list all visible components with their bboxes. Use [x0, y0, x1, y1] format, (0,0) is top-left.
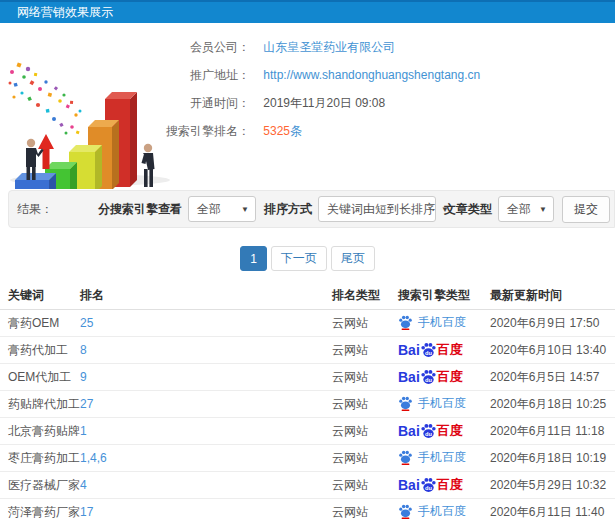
member-company-row: 会员公司： 山东皇圣堂药业有限公司	[166, 37, 615, 65]
mobile-baidu-label: 手机百度	[418, 314, 466, 331]
engine-view-select[interactable]: 全部 ▼	[188, 196, 256, 222]
result-label: 结果：	[17, 201, 53, 218]
update-time-text: 2020年6月18日 10:25	[490, 397, 606, 411]
member-info-list: 会员公司： 山东皇圣堂药业有限公司 推广地址： http://www.shand…	[166, 23, 615, 149]
sort-label: 排序方式	[264, 201, 312, 218]
baidu-logo-bai: Bai	[398, 342, 420, 358]
baidu-logo-bai: Bai	[398, 423, 420, 439]
rank-link[interactable]: 9	[80, 370, 87, 384]
rank-type-text: 云网站	[332, 451, 368, 465]
rank-link[interactable]: 17	[80, 505, 93, 519]
filter-bar: 结果： 分搜索引擎查看 全部 ▼ 排序方式 关键词由短到长排序 ▼ 文章类型 全…	[8, 190, 615, 228]
rank-type-text: 云网站	[332, 505, 368, 519]
table-header-row: 关键词 排名 排名类型 搜索引擎类型 最新更新时间	[0, 282, 615, 310]
baidu-paw-icon: du	[420, 423, 437, 440]
col-keyword: 关键词	[0, 282, 80, 310]
table-row: 药贴牌代加工 27 云网站 手机百度 2020年6月18日 10:25	[0, 391, 615, 418]
engine-type-badge[interactable]: Bai du 百度	[398, 341, 463, 359]
update-time-text: 2020年6月10日 13:40	[490, 343, 606, 357]
keyword-text: 北京膏药贴牌	[8, 424, 80, 438]
baidu-logo-cn: 百度	[437, 341, 463, 359]
keyword-text: 药贴牌代加工	[8, 397, 80, 411]
member-info-section: 会员公司： 山东皇圣堂药业有限公司 推广地址： http://www.shand…	[0, 23, 615, 190]
next-page-button[interactable]: 下一页	[271, 246, 327, 271]
article-type-select[interactable]: 全部 ▼	[498, 196, 554, 222]
table-row: 枣庄膏药加工 1,4,6 云网站 手机百度 2020年6月18日 10:19	[0, 445, 615, 472]
engine-view-label: 分搜索引擎查看	[98, 201, 182, 218]
rank-link[interactable]: 4	[80, 478, 87, 492]
keyword-text: 膏药OEM	[8, 316, 59, 330]
engine-type-badge[interactable]: Bai du 百度	[398, 476, 463, 494]
article-type-selected-value: 全部	[507, 201, 531, 218]
engine-type-badge[interactable]: 手机百度	[398, 449, 466, 466]
rank-type-text: 云网站	[332, 343, 368, 357]
update-time-text: 2020年6月18日 10:19	[490, 451, 606, 465]
rank-type-text: 云网站	[332, 370, 368, 384]
keyword-text: 膏药代加工	[8, 343, 68, 357]
col-rank: 排名	[80, 282, 332, 310]
update-time-text: 2020年6月11日 11:40	[490, 505, 604, 519]
rank-type-text: 云网站	[332, 478, 368, 492]
page-title: 网络营销效果展示	[17, 5, 113, 19]
rank-link[interactable]: 1	[80, 424, 87, 438]
confetti-dots	[9, 62, 82, 134]
baidu-logo-cn: 百度	[437, 476, 463, 494]
keyword-text: 菏泽膏药厂家	[8, 505, 80, 519]
table-row: OEM代加工 9 云网站 Bai du 百度 2020年6月5日 14:57	[0, 364, 615, 391]
keyword-text: OEM代加工	[8, 370, 71, 384]
engine-type-badge[interactable]: 手机百度	[398, 314, 466, 331]
engine-type-badge[interactable]: 手机百度	[398, 503, 466, 520]
engine-type-badge[interactable]: Bai du 百度	[398, 422, 463, 440]
update-time-text: 2020年6月11日 11:18	[490, 424, 604, 438]
pagination: 1 下一页 尾页	[0, 246, 615, 272]
svg-text:du: du	[425, 349, 432, 355]
engine-view-selected-value: 全部	[197, 201, 221, 218]
baidu-paw-icon: du	[420, 342, 437, 359]
window-title-bar: 网络营销效果展示	[0, 0, 615, 23]
engine-rank-row: 搜索引擎排名： 5325条	[166, 121, 615, 149]
col-updated: 最新更新时间	[490, 282, 615, 310]
baidu-paw-icon	[398, 504, 413, 519]
table-row: 医疗器械厂家 4 云网站 Bai du 百度 2020年5月29日 10:32	[0, 472, 615, 499]
last-page-button[interactable]: 尾页	[331, 246, 375, 271]
rank-link[interactable]: 8	[80, 343, 87, 357]
open-time-value: 2019年11月20日 09:08	[263, 96, 385, 110]
baidu-paw-icon: du	[420, 369, 437, 386]
sort-selected-value: 关键词由短到长排序	[327, 201, 435, 218]
rank-type-text: 云网站	[332, 397, 368, 411]
update-time-text: 2020年5月29日 10:32	[490, 478, 606, 492]
engine-rank-unit: 条	[290, 124, 302, 138]
rank-link[interactable]: 27	[80, 397, 93, 411]
submit-button[interactable]: 提交	[562, 196, 610, 223]
chevron-down-icon: ▼	[539, 205, 547, 214]
svg-text:du: du	[425, 430, 432, 436]
keyword-text: 枣庄膏药加工	[8, 451, 80, 465]
article-type-label: 文章类型	[444, 201, 492, 218]
table-row: 北京膏药贴牌 1 云网站 Bai du 百度 2020年6月11日 11:18	[0, 418, 615, 445]
member-company-link[interactable]: 山东皇圣堂药业有限公司	[263, 40, 395, 54]
mobile-baidu-label: 手机百度	[418, 503, 466, 520]
baidu-paw-icon: du	[420, 477, 437, 494]
sort-select[interactable]: 关键词由短到长排序 ▼	[318, 196, 436, 222]
svg-text:du: du	[425, 484, 432, 490]
promo-url-link[interactable]: http://www.shandonghuangshengtang.cn	[263, 68, 480, 82]
baidu-logo-bai: Bai	[398, 369, 420, 385]
engine-type-badge[interactable]: 手机百度	[398, 395, 466, 412]
keyword-text: 医疗器械厂家	[8, 478, 80, 492]
baidu-logo-cn: 百度	[437, 422, 463, 440]
results-table: 关键词 排名 排名类型 搜索引擎类型 最新更新时间 膏药OEM 25 云网站 手…	[0, 282, 615, 520]
baidu-paw-icon	[398, 396, 413, 411]
baidu-paw-icon	[398, 450, 413, 465]
chevron-down-icon: ▼	[241, 205, 249, 214]
rank-link[interactable]: 25	[80, 316, 93, 330]
mobile-baidu-label: 手机百度	[418, 395, 466, 412]
page-1-button[interactable]: 1	[240, 246, 267, 271]
promo-url-row: 推广地址： http://www.shandonghuangshengtang.…	[166, 65, 615, 93]
col-engine-type: 搜索引擎类型	[398, 282, 490, 310]
update-time-text: 2020年6月5日 14:57	[490, 370, 599, 384]
mobile-baidu-label: 手机百度	[418, 449, 466, 466]
baidu-paw-icon	[398, 315, 413, 330]
engine-type-badge[interactable]: Bai du 百度	[398, 368, 463, 386]
rank-type-text: 云网站	[332, 424, 368, 438]
rank-link[interactable]: 1,4,6	[80, 451, 107, 465]
